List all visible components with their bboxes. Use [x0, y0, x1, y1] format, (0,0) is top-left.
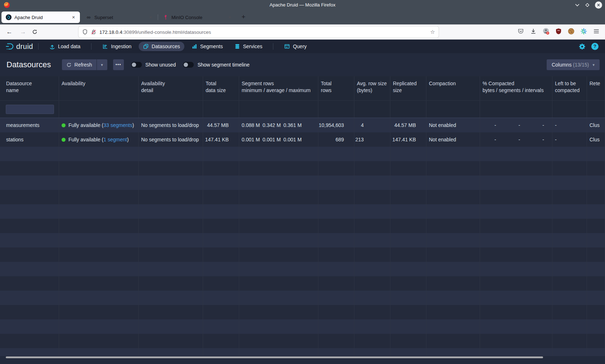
- pinwheel-icon[interactable]: [580, 28, 587, 35]
- cell-datasource-name[interactable]: measurements: [0, 118, 59, 132]
- window-maximize-icon[interactable]: [585, 3, 590, 8]
- table-row-empty: [0, 176, 605, 190]
- cell-segment-rows: 0.088 M0.342 M0.361 M: [239, 118, 318, 132]
- tab-apache-druid[interactable]: Apache Druid ✕: [1, 12, 80, 23]
- url-host: 172.18.0.4: [99, 29, 122, 35]
- col-header-pct-compacted[interactable]: % Compactedbytes / segments / intervals: [480, 76, 552, 100]
- tab-close-icon[interactable]: ✕: [226, 14, 233, 21]
- nav-item-services[interactable]: Services: [230, 42, 267, 51]
- table-row-empty: [0, 219, 605, 233]
- new-tab-button[interactable]: +: [238, 12, 248, 22]
- ublock-icon[interactable]: [555, 28, 562, 35]
- druid-navbar: druid Load data Ingestion Datasources Se…: [0, 40, 605, 53]
- tab-close-icon[interactable]: ✕: [147, 14, 154, 21]
- refresh-button[interactable]: Refresh: [62, 59, 97, 70]
- show-unused-toggle[interactable]: [131, 62, 142, 68]
- back-icon[interactable]: ←: [5, 28, 14, 36]
- more-actions-button[interactable]: •••: [113, 59, 124, 70]
- cell-segment-rows: 0.001 M0.001 M0.001 M: [239, 132, 318, 147]
- toggle-knob: [132, 63, 136, 67]
- window-minimize-icon[interactable]: [575, 3, 580, 7]
- download-icon[interactable]: [530, 28, 537, 35]
- cell-retention[interactable]: Clus: [587, 132, 605, 147]
- cell-datasource-name[interactable]: stations: [0, 132, 59, 147]
- druid-favicon: [6, 14, 12, 20]
- table-row-empty: [0, 276, 605, 291]
- col-header-segment-rows[interactable]: Segment rowsminimum / average / maximum: [239, 76, 318, 100]
- columns-count: (13/15): [573, 62, 589, 68]
- nav-item-label: Query: [293, 44, 306, 49]
- table-row-empty: [0, 204, 605, 219]
- window-close-icon[interactable]: [595, 1, 602, 9]
- table-row-stations[interactable]: stations Fully available (1 segment) No …: [0, 132, 605, 147]
- cell-total-rows: 689: [318, 132, 354, 147]
- nav-item-query[interactable]: Query: [280, 42, 311, 51]
- cookie-icon[interactable]: [568, 28, 575, 35]
- cell-availability: Fully available (33 segments): [59, 118, 139, 132]
- nav-item-label: Load data: [58, 44, 80, 49]
- reload-icon[interactable]: [32, 29, 38, 36]
- table-body: measurements Fully available (33 segment…: [0, 118, 605, 356]
- col-header-total-data-size[interactable]: Totaldata size: [203, 76, 239, 100]
- col-header-left-to-be-compacted[interactable]: Left to becompacted: [552, 76, 587, 100]
- toggle-knob: [184, 63, 188, 67]
- extension-icon[interactable]: [542, 28, 550, 35]
- col-header-datasource-name[interactable]: Datasourcename: [0, 76, 59, 100]
- table-row-empty: [0, 291, 605, 305]
- table-row-empty: [0, 319, 605, 334]
- nav-item-ingestion[interactable]: Ingestion: [98, 42, 136, 51]
- tab-superset[interactable]: ∞ Superset ✕: [81, 12, 157, 23]
- window-title: Apache Druid — Mozilla Firefox: [0, 0, 605, 10]
- segments-link[interactable]: 1 segment: [103, 137, 127, 142]
- nav-separator: [38, 43, 39, 50]
- horizontal-scrollbar[interactable]: [0, 356, 605, 359]
- tab-separator: [158, 14, 158, 20]
- scrollbar-thumb[interactable]: [6, 356, 543, 358]
- segments-icon: [192, 44, 197, 49]
- cell-total-data-size: 147.41 KB: [203, 132, 239, 147]
- nav-item-label: Datasources: [152, 44, 180, 49]
- ingestion-icon: [102, 44, 108, 49]
- cell-retention[interactable]: Clus: [587, 118, 605, 132]
- nav-separator: [91, 43, 91, 50]
- col-header-availability-detail[interactable]: Availabilitydetail: [139, 76, 203, 100]
- url-bar[interactable]: 172.18.0.4:30899/unified-console.html#da…: [79, 26, 439, 38]
- col-header-compaction[interactable]: Compaction: [426, 76, 480, 100]
- toolbar-extensions: [517, 28, 600, 35]
- col-header-total-rows[interactable]: Totalrows: [318, 76, 354, 100]
- insecure-lock-icon[interactable]: [91, 29, 97, 35]
- firefox-window: Apache Druid — Mozilla Firefox Apache Dr…: [0, 0, 605, 364]
- col-header-availability[interactable]: Availability: [59, 76, 139, 100]
- nav-item-load-data[interactable]: Load data: [45, 42, 85, 51]
- table-row-empty: [0, 262, 605, 276]
- cell-compaction: Not enabled: [426, 118, 480, 132]
- chevron-down-icon: ▾: [592, 63, 595, 67]
- pocket-icon[interactable]: [517, 28, 524, 35]
- table-row-measurements[interactable]: measurements Fully available (33 segment…: [0, 118, 605, 132]
- bookmark-star-icon[interactable]: ☆: [430, 29, 435, 35]
- menu-hamburger-icon[interactable]: [593, 28, 600, 35]
- col-header-replicated-size[interactable]: Replicatedsize: [390, 76, 426, 100]
- col-header-retention[interactable]: Rete: [587, 76, 605, 100]
- segments-link[interactable]: 33 segments: [103, 122, 132, 128]
- col-header-avg-row-size[interactable]: Avg. row size(bytes): [354, 76, 390, 100]
- datasource-filter-input[interactable]: [6, 105, 54, 114]
- druid-logo[interactable]: druid: [5, 42, 33, 51]
- tab-close-icon[interactable]: ✕: [70, 14, 77, 21]
- settings-gear-icon[interactable]: [579, 43, 586, 50]
- cell-total-data-size: 44.57 MB: [203, 118, 239, 132]
- refresh-dropdown-button[interactable]: ▾: [97, 59, 107, 70]
- columns-button[interactable]: Columns (13/15) ▾: [547, 59, 600, 70]
- table-row-empty: [0, 147, 605, 161]
- filter-cell: [0, 101, 59, 118]
- browser-toolbar: ← → 172.18.0.4:30899/unified-console.htm…: [0, 24, 605, 40]
- show-segment-timeline-toggle[interactable]: [183, 62, 194, 68]
- nav-item-datasources[interactable]: Datasources: [139, 42, 184, 51]
- help-icon[interactable]: ?: [591, 43, 599, 50]
- titlebar: Apache Druid — Mozilla Firefox: [0, 0, 605, 10]
- nav-item-segments[interactable]: Segments: [187, 42, 227, 51]
- tracking-protection-shield-icon[interactable]: [82, 29, 88, 35]
- forward-icon[interactable]: →: [19, 28, 27, 36]
- tab-minio[interactable]: MinIO Console ✕: [158, 12, 236, 23]
- cell-replicated-size: 44.57 MB: [390, 118, 426, 132]
